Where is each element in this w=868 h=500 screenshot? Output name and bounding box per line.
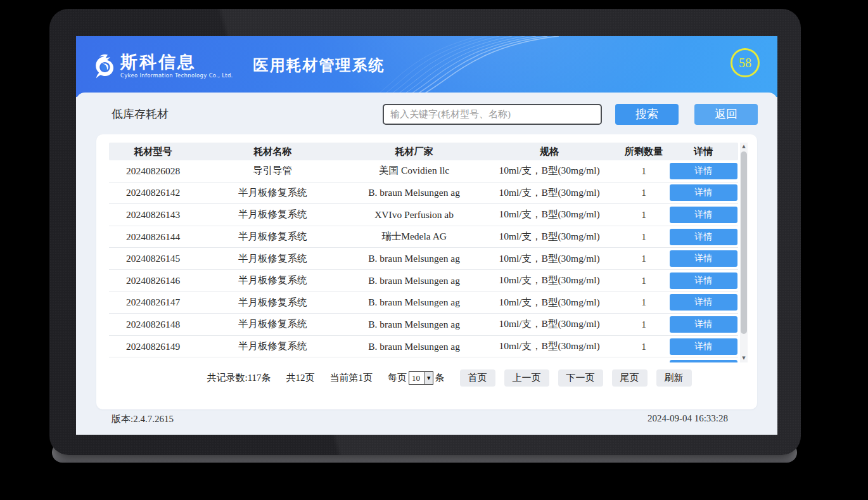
cell-qty: 1 bbox=[618, 165, 668, 177]
brand: 斯科信息 Cykeo Information Technology Co., L… bbox=[93, 53, 233, 80]
cell-vendor: B. braun Melsungen ag bbox=[348, 319, 480, 330]
cell-name: 半月板修复系统 bbox=[197, 230, 348, 243]
scrollbar-up-arrow-icon[interactable]: ▲ bbox=[742, 143, 745, 151]
cell-name: 半月板修复系统 bbox=[197, 208, 348, 221]
pagination-bar: 共记录数:117条 共12页 当前第1页 每页 10 ▼ 条 首页上一页下一页尾… bbox=[109, 369, 748, 387]
table: 耗材型号耗材名称耗材厂家规格所剩数量详情 20240826028 导引导管 美国… bbox=[109, 143, 738, 362]
toolbar-right: 搜索 返回 bbox=[383, 104, 758, 125]
pagination-button[interactable]: 上一页 bbox=[504, 369, 549, 387]
cell-model: 20240826145 bbox=[109, 253, 197, 264]
decorative-wave-lines bbox=[373, 36, 582, 97]
company-logo-icon bbox=[93, 54, 115, 80]
toolbar: 低库存耗材 搜索 返回 bbox=[112, 103, 758, 125]
scrollbar-thumb[interactable] bbox=[741, 151, 747, 334]
column-header: 耗材型号 bbox=[109, 146, 197, 158]
cell-spec: 10ml/支，B型(30mg/ml) bbox=[480, 252, 618, 266]
cell-qty: 1 bbox=[618, 187, 668, 198]
tablet-device-frame: 斯科信息 Cykeo Information Technology Co., L… bbox=[49, 9, 801, 455]
cell-vendor: B. braun Melsungen ag bbox=[348, 275, 480, 286]
page-background: { "header": { "logo_text": "斯科信息", "logo… bbox=[0, 0, 868, 500]
cell-detail: 详情 bbox=[669, 207, 738, 223]
table-row: 20240826143 半月板修复系统 XVIvo Perfusion ab 1… bbox=[109, 204, 738, 226]
detail-button[interactable]: 详情 bbox=[670, 250, 737, 267]
app-header: 斯科信息 Cykeo Information Technology Co., L… bbox=[76, 36, 777, 97]
version-label: 版本:2.4.7.2615 bbox=[112, 413, 174, 425]
cell-vendor: B. braun Melsungen ag bbox=[348, 341, 480, 352]
select-dropdown-arrow-icon[interactable]: ▼ bbox=[424, 372, 432, 384]
cell-name: 半月板修复系统 bbox=[197, 252, 348, 266]
footer: 版本:2.4.7.2615 2024-09-04 16:33:28 bbox=[76, 413, 777, 435]
table-scrollbar[interactable]: ▲ ▼ bbox=[740, 143, 748, 362]
cell-model: 20240826148 bbox=[109, 319, 197, 330]
table-row: 详情 bbox=[109, 357, 738, 362]
cell-model: 20240826147 bbox=[109, 297, 197, 308]
pagination-button[interactable]: 首页 bbox=[460, 369, 495, 387]
pagination-button[interactable]: 刷新 bbox=[656, 369, 692, 387]
cell-qty: 1 bbox=[618, 231, 668, 243]
table-body: 20240826028 导引导管 美国 Covidien llc 10ml/支，… bbox=[109, 160, 738, 362]
cell-vendor: B. braun Melsungen ag bbox=[348, 253, 480, 264]
detail-button[interactable]: 详情 bbox=[670, 294, 737, 311]
column-header: 规格 bbox=[480, 146, 618, 158]
column-header: 所剩数量 bbox=[618, 146, 668, 158]
column-header: 耗材厂家 bbox=[348, 146, 480, 158]
cell-qty: 1 bbox=[618, 341, 668, 352]
app-title: 医用耗材管理系统 bbox=[253, 55, 385, 75]
cell-detail: 详情 bbox=[669, 163, 738, 179]
table-row: 20240826145 半月板修复系统 B. braun Melsungen a… bbox=[109, 248, 738, 270]
detail-button[interactable]: 详情 bbox=[670, 338, 737, 355]
company-name: 斯科信息 bbox=[120, 53, 233, 72]
countdown-badge: 58 bbox=[731, 48, 760, 77]
search-button[interactable]: 搜索 bbox=[615, 104, 679, 125]
cell-model: 20240826146 bbox=[109, 275, 197, 286]
cell-model: 20240826143 bbox=[109, 209, 197, 221]
table-row: 20240826028 导引导管 美国 Covidien llc 10ml/支，… bbox=[109, 160, 738, 183]
detail-button[interactable]: 详情 bbox=[670, 229, 737, 245]
per-page-value: 10 bbox=[409, 373, 424, 383]
per-page-select[interactable]: 10 ▼ bbox=[409, 371, 433, 385]
cell-detail: 详情 bbox=[669, 360, 738, 362]
cell-name: 导引导管 bbox=[197, 164, 348, 177]
cell-name: 半月板修复系统 bbox=[197, 340, 348, 353]
detail-button[interactable]: 详情 bbox=[670, 184, 737, 201]
cell-qty: 1 bbox=[618, 297, 668, 308]
detail-button[interactable]: 详情 bbox=[670, 272, 737, 289]
cell-model: 20240826142 bbox=[109, 187, 197, 198]
cell-name: 半月板修复系统 bbox=[197, 296, 348, 309]
back-button[interactable]: 返回 bbox=[694, 104, 758, 125]
cell-model: 20240826149 bbox=[109, 341, 197, 352]
cell-detail: 详情 bbox=[669, 338, 738, 355]
cell-detail: 详情 bbox=[669, 184, 738, 201]
cell-vendor: 瑞士Medela AG bbox=[348, 230, 480, 243]
cell-vendor: 美国 Covidien llc bbox=[348, 164, 480, 177]
table-row: 20240826146 半月板修复系统 B. braun Melsungen a… bbox=[109, 270, 738, 292]
cell-spec: 10ml/支，B型(30mg/ml) bbox=[480, 274, 618, 287]
table-area: 耗材型号耗材名称耗材厂家规格所剩数量详情 20240826028 导引导管 美国… bbox=[109, 143, 748, 362]
cell-qty: 1 bbox=[618, 253, 668, 264]
detail-button[interactable]: 详情 bbox=[670, 360, 737, 362]
per-page-prefix: 每页 bbox=[388, 372, 407, 384]
page-title: 低库存耗材 bbox=[112, 106, 169, 122]
cell-spec: 10ml/支，B型(30mg/ml) bbox=[480, 296, 618, 309]
pagination-button[interactable]: 尾页 bbox=[612, 369, 648, 387]
table-viewport: 耗材型号耗材名称耗材厂家规格所剩数量详情 20240826028 导引导管 美国… bbox=[109, 143, 738, 362]
brand-text: 斯科信息 Cykeo Information Technology Co., L… bbox=[120, 53, 233, 79]
detail-button[interactable]: 详情 bbox=[670, 163, 737, 179]
table-row: 20240826142 半月板修复系统 B. braun Melsungen a… bbox=[109, 183, 738, 205]
search-input[interactable] bbox=[383, 104, 602, 125]
detail-button[interactable]: 详情 bbox=[670, 207, 737, 223]
datetime-label: 2024-09-04 16:33:28 bbox=[648, 413, 728, 425]
pagination-button[interactable]: 下一页 bbox=[558, 369, 603, 387]
detail-button[interactable]: 详情 bbox=[670, 316, 737, 333]
per-page-control: 每页 10 ▼ 条 bbox=[388, 371, 444, 385]
total-pages-label: 共12页 bbox=[286, 372, 315, 384]
cell-qty: 1 bbox=[618, 275, 668, 286]
scrollbar-down-arrow-icon[interactable]: ▼ bbox=[742, 354, 745, 362]
cell-name: 半月板修复系统 bbox=[197, 186, 348, 200]
cell-spec: 10ml/支，B型(30mg/ml) bbox=[480, 230, 618, 243]
cell-qty: 1 bbox=[618, 319, 668, 330]
content-panel: 低库存耗材 搜索 返回 耗材型号耗材名称耗材厂家规格所剩数量详情 2024082… bbox=[76, 93, 777, 435]
table-row: 20240826147 半月板修复系统 B. braun Melsungen a… bbox=[109, 292, 738, 314]
per-page-suffix: 条 bbox=[435, 372, 445, 384]
table-row: 20240826148 半月板修复系统 B. braun Melsungen a… bbox=[109, 314, 738, 336]
